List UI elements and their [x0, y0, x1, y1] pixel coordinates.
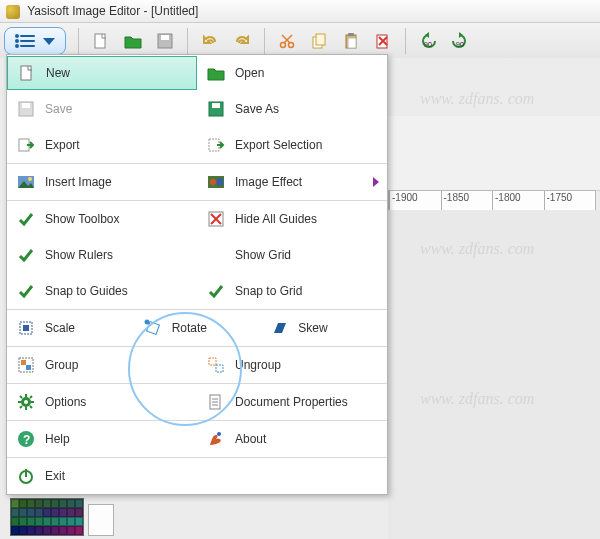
title-bar: Yasisoft Image Editor - [Untitled] — [0, 0, 600, 23]
menu-item-insert-image[interactable]: Insert Image — [7, 164, 197, 200]
palette-swatch[interactable] — [75, 517, 83, 526]
palette-swatch[interactable] — [11, 499, 19, 508]
delete-button[interactable] — [369, 27, 397, 55]
menu-item-group[interactable]: Group — [7, 347, 197, 383]
palette-swatch[interactable] — [59, 508, 67, 517]
menu-item-open[interactable]: Open — [197, 55, 387, 91]
blank-icon — [205, 244, 227, 266]
rotate-icon — [142, 317, 164, 339]
menu-label: Options — [45, 395, 86, 409]
palette-swatch[interactable] — [35, 499, 43, 508]
check-icon — [15, 208, 37, 230]
ungroup-icon — [205, 354, 227, 376]
cut-button[interactable] — [273, 27, 301, 55]
palette-swatch[interactable] — [51, 517, 59, 526]
palette-swatch[interactable] — [43, 499, 51, 508]
palette-swatch[interactable] — [51, 499, 59, 508]
menu-item-export-selection[interactable]: Export Selection — [197, 127, 387, 163]
palette-swatch[interactable] — [35, 526, 43, 535]
palette-swatch[interactable] — [59, 526, 67, 535]
palette-swatch[interactable] — [43, 517, 51, 526]
menu-label: Show Grid — [235, 248, 291, 262]
palette-swatch[interactable] — [59, 517, 67, 526]
palette-swatch[interactable] — [19, 517, 27, 526]
palette-swatch[interactable] — [11, 517, 19, 526]
menu-item-save-as[interactable]: Save As — [197, 91, 387, 127]
menu-label: Ungroup — [235, 358, 281, 372]
menu-label: Snap to Grid — [235, 284, 302, 298]
svg-point-39 — [24, 400, 28, 404]
palette-swatch[interactable] — [75, 526, 83, 535]
palette-swatch[interactable] — [75, 508, 83, 517]
menu-item-exit[interactable]: Exit — [7, 458, 387, 494]
menu-item-rotate[interactable]: Rotate — [134, 310, 261, 346]
palette-swatch[interactable] — [51, 508, 59, 517]
paste-button[interactable] — [337, 27, 365, 55]
document-properties-icon — [205, 391, 227, 413]
save-icon — [156, 32, 174, 50]
palette-swatch[interactable] — [75, 499, 83, 508]
palette-swatch[interactable] — [27, 517, 35, 526]
menu-item-snap-grid[interactable]: Snap to Grid — [197, 273, 387, 309]
svg-rect-19 — [212, 103, 220, 108]
palette-swatch[interactable] — [19, 508, 27, 517]
palette-swatch[interactable] — [43, 526, 51, 535]
rotate-right-icon: 90 — [451, 32, 469, 50]
palette-swatch[interactable] — [35, 508, 43, 517]
menu-item-ungroup[interactable]: Ungroup — [197, 347, 387, 383]
rotate-left-button[interactable]: 90 — [414, 27, 442, 55]
undo-button[interactable] — [196, 27, 224, 55]
palette-swatch[interactable] — [35, 517, 43, 526]
menu-item-help[interactable]: ? Help — [7, 421, 197, 457]
palette-swatch[interactable] — [67, 499, 75, 508]
menu-item-doc-props[interactable]: Document Properties — [197, 384, 387, 420]
new-button[interactable] — [87, 27, 115, 55]
save-button[interactable] — [151, 27, 179, 55]
palette-swatch[interactable] — [19, 499, 27, 508]
svg-line-44 — [20, 396, 22, 398]
palette-swatch[interactable] — [59, 499, 67, 508]
about-icon — [205, 428, 227, 450]
palette-swatch[interactable] — [11, 526, 19, 535]
menu-item-image-effect[interactable]: Image Effect — [197, 164, 387, 200]
palette-swatch[interactable] — [11, 508, 19, 517]
export-icon — [15, 134, 37, 156]
palette-swatch[interactable] — [19, 526, 27, 535]
svg-rect-34 — [21, 360, 26, 365]
menu-item-hide-guides[interactable]: Hide All Guides — [197, 201, 387, 237]
menu-label: Scale — [45, 321, 75, 335]
palette-swatch[interactable] — [27, 499, 35, 508]
menu-item-scale[interactable]: Scale — [7, 310, 134, 346]
palette-swatch[interactable] — [43, 508, 51, 517]
menu-item-new[interactable]: New — [7, 56, 197, 90]
palette-swatch[interactable] — [67, 526, 75, 535]
menu-item-about[interactable]: About — [197, 421, 387, 457]
menu-item-show-rulers[interactable]: Show Rulers — [7, 237, 197, 273]
separator — [187, 28, 188, 54]
app-menu-button[interactable] — [4, 27, 66, 55]
color-palette[interactable] — [10, 498, 84, 536]
copy-button[interactable] — [305, 27, 333, 55]
menu-item-show-grid[interactable]: Show Grid — [197, 237, 387, 273]
svg-point-23 — [28, 177, 32, 181]
menu-item-options[interactable]: Options — [7, 384, 197, 420]
list-icon — [15, 34, 35, 48]
menu-item-export[interactable]: Export — [7, 127, 197, 163]
palette-swatch[interactable] — [51, 526, 59, 535]
menu-item-save[interactable]: Save — [7, 91, 197, 127]
open-button[interactable] — [119, 27, 147, 55]
menu-item-show-toolbox[interactable]: Show Toolbox — [7, 201, 197, 237]
palette-swatch[interactable] — [27, 526, 35, 535]
menu-item-skew[interactable]: Skew — [260, 310, 387, 346]
palette-swatch[interactable] — [67, 508, 75, 517]
svg-rect-17 — [22, 103, 30, 108]
menu-label: Save — [45, 102, 72, 116]
redo-button[interactable] — [228, 27, 256, 55]
canvas-background[interactable] — [388, 210, 600, 539]
rotate-right-button[interactable]: 90 — [446, 27, 474, 55]
palette-swatch[interactable] — [67, 517, 75, 526]
menu-item-snap-guides[interactable]: Snap to Guides — [7, 273, 197, 309]
menu-label: Help — [45, 432, 70, 446]
menu-label: Rotate — [172, 321, 207, 335]
palette-swatch[interactable] — [27, 508, 35, 517]
